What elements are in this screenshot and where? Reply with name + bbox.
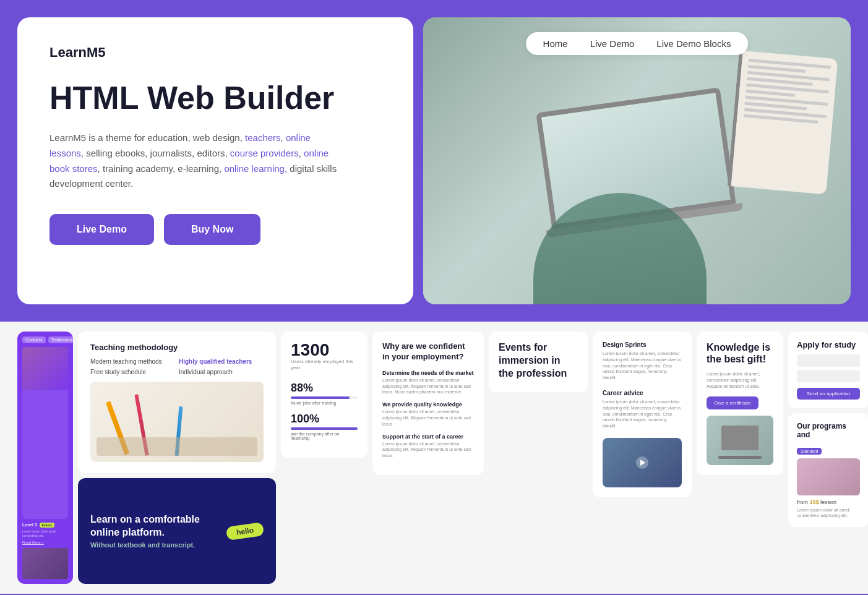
apply-input-name[interactable] (797, 354, 860, 367)
nav-home[interactable]: Home (543, 38, 568, 49)
apply-panel: Apply for study Send an application Our … (788, 332, 868, 527)
hero-card: LearnM5 HTML Web Builder LearnM5 is a th… (17, 17, 413, 304)
knowledge-text: Lorem ipsum dolor sit amet, consectetur … (707, 371, 773, 389)
why-item-1-text: Lorem ipsum dolor sit amet, consectetur … (382, 377, 474, 395)
apply-form-card: Apply for study Send an application (788, 332, 868, 408)
events-panel: Events for immersion in the profession V… (489, 332, 588, 397)
stat-row-1: 88% found jobs after training (291, 382, 358, 405)
knowledge-panel: Knowledge is the best gift! Lorem ipsum … (697, 332, 783, 475)
phone-panel: Contacts Testimonials Help Level 3 Event… (17, 332, 73, 584)
teaching-bottom-text: Learn on a comfortable online platform. (90, 513, 215, 539)
why-item-1: Determine the needs of the market Lorem … (382, 370, 474, 395)
teaching-item-1: Modern teaching methods (90, 358, 175, 365)
teaching-grid: Modern teaching methods Highly qualified… (90, 358, 264, 375)
nav-live-demo[interactable]: Live Demo (590, 38, 635, 49)
why-item-2-text: Lorem ipsum dolor sit amet, consectetur … (382, 409, 474, 427)
buy-now-button[interactable]: Buy Now (164, 214, 260, 245)
why-item-3-text: Lorem ipsum dolor sit amet, consectetur … (382, 441, 474, 459)
why-item-3: Support at the start of a career Lorem i… (382, 434, 474, 459)
why-item-2-title: We provide quality knowledge (382, 401, 474, 408)
teaching-title: Teaching methodology (90, 343, 264, 352)
design-panel: Design Sprints Lorem ipsum dolor sit ame… (593, 332, 692, 497)
design-title-1: Design Sprints (603, 341, 682, 348)
program-price: from 15$ lesson (797, 499, 860, 505)
hero-background (423, 17, 851, 304)
design-text-1: Lorem ipsum dolor sit amet, consectetur … (603, 351, 682, 381)
certificate-button[interactable]: Give a certificate (707, 396, 758, 409)
nav-live-demo-blocks[interactable]: Live Demo Blocks (656, 38, 731, 49)
phone-bottom: Level 3 Events Lorem ipsum dolor amet co… (22, 523, 68, 544)
teaching-bottom-card: Learn on a comfortable online platform. … (78, 478, 276, 584)
hero-buttons: Live Demo Buy Now (49, 214, 381, 245)
top-navigation: Home Live Demo Live Demo Blocks (526, 32, 749, 55)
why-item-2: We provide quality knowledge Lorem ipsum… (382, 401, 474, 427)
stat-sublabel: Users already employed this year (291, 359, 358, 372)
design-title-2: Career advice (603, 390, 682, 396)
our-programs-title: Our programs and (797, 422, 860, 439)
apply-title: Apply for study (797, 340, 860, 349)
events-title: Events for immersion in the profession (499, 341, 578, 380)
programs-card: Our programs and Standard from 15$ lesso… (788, 413, 868, 527)
stat2-percent: 100% (291, 413, 358, 426)
phone-description: Lorem ipsum dolor amet consectetur elit. (22, 529, 68, 538)
stat2-bar (291, 427, 358, 430)
brand-name: LearnM5 (49, 45, 381, 61)
laptop-thumbnail (707, 416, 773, 465)
stat1-bar (291, 396, 358, 399)
stat-row-2: 100% join the company after an internshi… (291, 413, 358, 440)
apply-input-phone[interactable] (797, 370, 860, 382)
preview-section: Contacts Testimonials Help Level 3 Event… (0, 322, 868, 594)
phone-tabs: Contacts Testimonials Help (22, 336, 68, 343)
phone-tab-testimonials[interactable]: Testimonials (48, 336, 73, 343)
why-confident-panel: Why are we confident in your employment?… (372, 332, 484, 475)
stat-big-number: 1300 (291, 341, 358, 359)
hero-image-card: Home Live Demo Live Demo Blocks (423, 17, 851, 304)
program-description: Lorem ipsum dolor sit amet, consectetur … (797, 507, 860, 518)
phone-level: Level 3 Events (22, 523, 68, 528)
teaching-top-card: Teaching methodology Modern teaching met… (78, 332, 276, 473)
stats-panel: 1300 Users already employed this year 88… (281, 332, 367, 458)
design-text-2: Lorem ipsum dolor sit amet, consectetur … (603, 399, 682, 429)
stat1-percent: 88% (291, 382, 358, 395)
book-illustration (728, 50, 838, 194)
teaching-item-2: Free study schedule (90, 369, 175, 375)
preview-strip: Contacts Testimonials Help Level 3 Event… (17, 332, 851, 584)
why-item-3-title: Support at the start of a career (382, 434, 474, 440)
why-title: Why are we confident in your employment? (382, 341, 474, 362)
stat1-label: found jobs after training (291, 401, 358, 405)
events-top: Events for immersion in the profession (489, 332, 588, 392)
teaching-panel: Teaching methodology Modern teaching met… (78, 332, 276, 584)
standard-badge: Standard (797, 448, 822, 455)
live-demo-button[interactable]: Live Demo (49, 214, 154, 245)
phone-read-more[interactable]: Read More > (22, 541, 68, 544)
teaching-item-3: Highly qualified teachers (179, 358, 264, 365)
apply-submit-button[interactable]: Send an application (797, 388, 860, 400)
teaching-item-4: Individual approach (179, 369, 264, 375)
stat2-label: join the company after an internship (291, 432, 358, 440)
teaching-bottom-sub: Without textbook and transcript. (90, 541, 215, 549)
teaching-image (90, 382, 264, 462)
hero-description: LearnM5 is a theme for education, web de… (49, 131, 346, 192)
hello-badge: hello (226, 521, 264, 540)
knowledge-title: Knowledge is the best gift! (707, 341, 773, 365)
hero-title: HTML Web Builder (49, 80, 381, 116)
phone-tab-contacts[interactable]: Contacts (22, 336, 46, 343)
why-item-1-title: Determine the needs of the market (382, 370, 474, 376)
program-preview-image (797, 458, 860, 495)
phone-screen-content (22, 347, 68, 519)
